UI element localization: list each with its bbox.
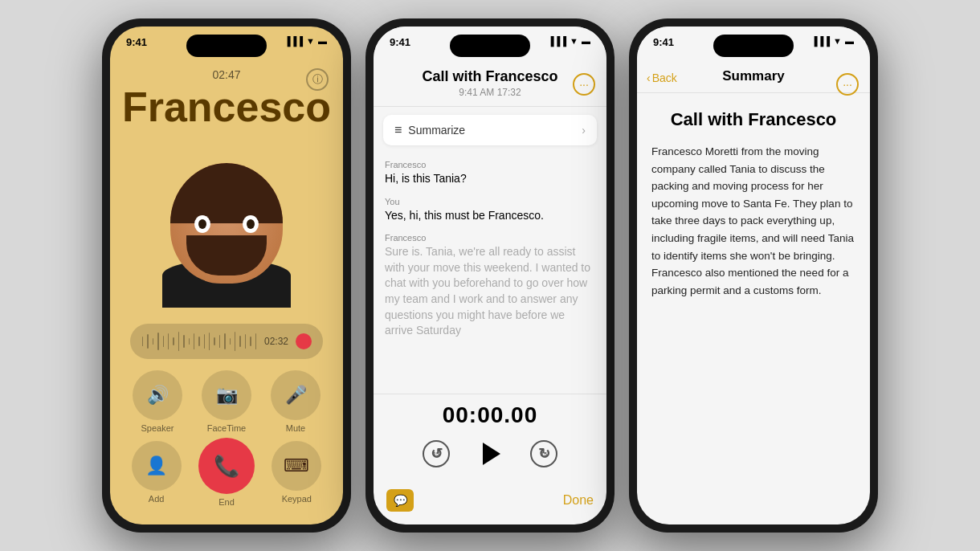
chat-icon-button[interactable]: 💬 <box>386 489 414 512</box>
speaker-label: Speaker <box>141 423 174 433</box>
skip-back-label: 15 <box>433 451 439 457</box>
ellipsis-icon-2: ··· <box>843 78 852 91</box>
memoji-pupil-right <box>247 219 255 229</box>
memoji-eye-left <box>194 215 210 233</box>
summary-menu-button[interactable]: ··· <box>836 73 859 96</box>
end-call-icon: 📞 <box>198 438 255 494</box>
transcript-screen: 9:41 ▐▐▐ ▼ ▬ Call with Francesco 9:41 AM… <box>374 27 606 524</box>
playback-time: 00:00.00 <box>443 402 538 428</box>
ellipsis-icon: ··· <box>579 78 589 91</box>
skip-back-button[interactable]: ↺ 15 <box>423 440 450 467</box>
summarize-left: ≡ Summarize <box>394 123 465 137</box>
waveform-bar: 02:32 <box>130 324 323 359</box>
transcript-content: Francesco Hi, is this Tania? You Yes, hi… <box>374 153 606 394</box>
keypad-icon: ⌨ <box>272 441 321 491</box>
chevron-left-icon: ‹ <box>647 71 651 84</box>
memoji-figure <box>154 147 299 308</box>
memoji-beard <box>186 235 267 276</box>
dynamic-island <box>186 35 267 57</box>
summary-call-title: Call with Francesco <box>651 109 855 130</box>
signal-icon-2: ▐▐▐ <box>548 36 566 46</box>
wifi-icon-3: ▼ <box>833 36 842 46</box>
status-icons-2: ▐▐▐ ▼ ▬ <box>548 36 590 46</box>
chevron-right-icon: › <box>582 124 586 137</box>
status-icons-1: ▐▐▐ ▼ ▬ <box>284 36 327 46</box>
wifi-icon-2: ▼ <box>570 36 578 46</box>
caller-name: Francesco <box>122 83 331 131</box>
phone-1: 9:41 ▐▐▐ ▼ ▬ ⓘ 02:47 Francesco <box>102 18 351 533</box>
transcript-menu-button[interactable]: ··· <box>573 73 595 96</box>
phone-3: 9:41 ▐▐▐ ▼ ▬ ‹ Back Summary ··· Call wit… <box>629 18 878 533</box>
waveform-timer: 02:32 <box>264 336 288 347</box>
dynamic-island-2 <box>450 35 530 57</box>
battery-icon: ▬ <box>318 36 327 46</box>
speaker-button[interactable]: 🔊 Speaker <box>133 370 182 433</box>
skip-forward-button[interactable]: ↻ 15 <box>530 440 557 467</box>
call-timer: 02:47 <box>212 68 240 81</box>
record-indicator <box>296 333 312 349</box>
message-text-1: Hi, is this Tania? <box>385 171 595 187</box>
battery-icon-2: ▬ <box>582 36 590 46</box>
dynamic-island-3 <box>713 35 794 57</box>
add-button[interactable]: 👤 Add <box>132 441 182 504</box>
message-2: You Yes, hi, this must be Francesco. <box>385 197 595 224</box>
message-text-2: Yes, hi, this must be Francesco. <box>385 208 595 224</box>
playback-area: 00:00.00 ↺ 15 ↻ 15 <box>374 394 606 483</box>
add-label: Add <box>149 494 165 504</box>
end-call-button[interactable]: 📞 End <box>198 438 255 507</box>
status-time-1: 9:41 <box>126 36 147 48</box>
controls-row-2: 👤 Add 📞 End ⌨ Keypad <box>123 438 330 507</box>
facetime-icon: 📷 <box>202 370 251 420</box>
message-text-3: Sure is. Tania, we're all ready to assis… <box>385 244 595 339</box>
play-button[interactable] <box>472 436 508 471</box>
speaker-1: Francesco <box>385 160 595 169</box>
keypad-label: Keypad <box>282 494 312 504</box>
back-label: Back <box>652 71 677 84</box>
summarize-bar[interactable]: ≡ Summarize › <box>383 115 597 145</box>
transcript-footer: 💬 Done <box>374 483 606 524</box>
speaker-3: Francesco <box>385 233 595 243</box>
skip-forward-label: 15 <box>541 451 547 457</box>
transcript-subtitle: 9:41 AM 17:32 <box>386 87 594 98</box>
info-button[interactable]: ⓘ <box>306 68 329 91</box>
call-controls: 🔊 Speaker 📷 FaceTime 🎤 Mute 👤 <box>110 370 343 512</box>
memoji-eye-right <box>243 215 259 233</box>
add-icon: 👤 <box>132 441 182 491</box>
summarize-icon: ≡ <box>394 123 402 137</box>
facetime-button[interactable]: 📷 FaceTime <box>202 370 251 433</box>
done-button[interactable]: Done <box>563 493 594 508</box>
mute-icon: 🎤 <box>271 370 321 420</box>
memoji-pupil-left <box>198 219 206 229</box>
keypad-button[interactable]: ⌨ Keypad <box>272 441 321 504</box>
summary-body-text: Francesco Moretti from the moving compan… <box>651 143 855 299</box>
summarize-label: Summarize <box>408 124 465 137</box>
summary-screen: 9:41 ▐▐▐ ▼ ▬ ‹ Back Summary ··· Call wit… <box>637 27 870 524</box>
avatar <box>146 139 307 316</box>
active-call-screen: 9:41 ▐▐▐ ▼ ▬ ⓘ 02:47 Francesco <box>110 27 343 524</box>
play-icon <box>483 443 500 465</box>
wifi-icon: ▼ <box>306 36 315 46</box>
status-icons-3: ▐▐▐ ▼ ▬ <box>811 36 854 46</box>
end-label: End <box>218 497 235 507</box>
summary-header-title: Summary <box>650 68 857 84</box>
mute-label: Mute <box>286 423 305 433</box>
signal-icon: ▐▐▐ <box>284 36 303 46</box>
back-button[interactable]: ‹ Back <box>647 71 677 84</box>
message-1: Francesco Hi, is this Tania? <box>385 160 595 187</box>
summary-content: Call with Francesco Francesco Moretti fr… <box>637 93 870 524</box>
facetime-label: FaceTime <box>207 423 247 433</box>
status-time-2: 9:41 <box>390 36 410 48</box>
status-time-3: 9:41 <box>653 36 674 48</box>
message-3: Francesco Sure is. Tania, we're all read… <box>385 233 595 339</box>
memoji-hair <box>170 163 283 223</box>
signal-icon-3: ▐▐▐ <box>811 36 830 46</box>
speaker-2: You <box>385 197 595 206</box>
speaker-icon: 🔊 <box>133 370 182 420</box>
transcript-title: Call with Francesco <box>386 68 594 85</box>
playback-controls: ↺ 15 ↻ 15 <box>423 436 557 471</box>
mute-button[interactable]: 🎤 Mute <box>271 370 321 433</box>
controls-row-1: 🔊 Speaker 📷 FaceTime 🎤 Mute <box>123 370 330 433</box>
phone-2: 9:41 ▐▐▐ ▼ ▬ Call with Francesco 9:41 AM… <box>365 18 615 533</box>
memoji-head <box>170 163 283 284</box>
battery-icon-3: ▬ <box>845 36 854 46</box>
